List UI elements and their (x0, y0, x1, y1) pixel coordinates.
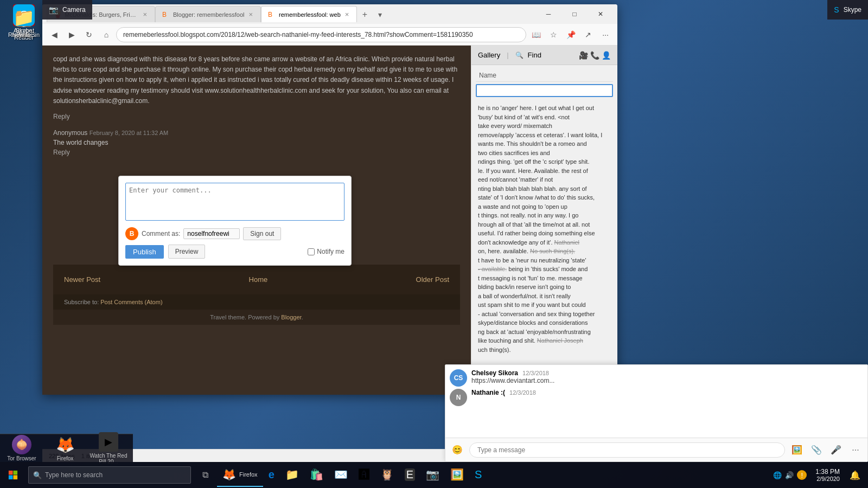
mail-taskbar-icon: ✉️ (334, 468, 348, 481)
taskbar-search-box[interactable]: 🔍 (28, 466, 191, 484)
new-folder-icon-item[interactable]: 📁 New fo... (2, 2, 46, 41)
edge-taskbar-icon: e (269, 468, 275, 481)
action-center-icon: 🔔 (850, 470, 860, 480)
publish-button[interactable]: Publish (125, 245, 164, 259)
comment-as-select[interactable]: noselfnofreewi (183, 228, 240, 239)
footer-text: Travel theme. Powered by (210, 314, 279, 320)
favorites-icon[interactable]: ☆ (546, 27, 561, 42)
taskbar-amazon-btn[interactable]: 🅰 (353, 463, 375, 487)
clock-date: 2/9/2020 (815, 476, 840, 482)
pin-icon[interactable]: 📌 (563, 27, 578, 42)
chat-messages: CS Chelsey Sikora 12/3/2018 https://www.… (445, 365, 867, 438)
forward-button[interactable]: ▶ (64, 27, 79, 42)
tab-blogger-main[interactable]: B Blogger: rememberlessfool × (155, 6, 261, 22)
home-button[interactable]: ⌂ (99, 27, 114, 42)
camera-titlebar: 📷 Camera (42, 0, 92, 20)
reply-link-2[interactable]: Reply (53, 149, 460, 156)
older-post-link[interactable]: Older Post (416, 275, 449, 284)
minimize-button[interactable]: ─ (536, 5, 561, 23)
epic-taskbar-icon: E (405, 468, 415, 481)
video-icon[interactable]: 🎥 (579, 51, 588, 60)
share-icon[interactable]: ↗ (580, 27, 596, 42)
svg-rect-2 (9, 475, 13, 479)
task-view-button[interactable]: ⧉ (193, 463, 217, 487)
refresh-button[interactable]: ↻ (81, 27, 97, 42)
tab-close-mcdonalds[interactable]: × (142, 10, 148, 18)
maximize-button[interactable]: □ (562, 5, 587, 23)
browser-window: 🍟 McDonald's: Burgers, Fries & × B Blogg… (42, 4, 617, 395)
tab-dropdown-button[interactable]: ▾ (372, 7, 387, 22)
tab-close-blogger[interactable]: × (247, 10, 254, 18)
watch-video-btn[interactable]: ▶ Watch The Red Pill 20... (87, 430, 130, 467)
taskbar: 🔍 ⧉ 🦊 Firefox e 📁 🛍️ ✉️ 🅰 🦉 E 📷 🖼️ S (0, 462, 868, 488)
camera-tab-title: Camera (62, 6, 86, 14)
skype-titlebar: S Skype (827, 0, 868, 20)
settings-icon[interactable]: ··· (598, 27, 613, 42)
taskbar-mail-btn[interactable]: ✉️ (329, 463, 353, 487)
footer-link[interactable]: Blogger (281, 314, 301, 320)
subscribe-text: Subscribe to: (64, 299, 99, 305)
taskbar-photos-btn[interactable]: 🖼️ (445, 463, 469, 487)
taskbar-skype-btn[interactable]: S (469, 463, 487, 487)
taskbar-trip-btn[interactable]: 🦉 (375, 463, 399, 487)
right-sidebar-header: Gallery | 🔍 Find 🎥 📞 👤 (471, 46, 617, 65)
tab-favicon-active: B (268, 11, 276, 18)
url-text: rememeberlessfool.blogspot.com/2018/12/w… (123, 31, 473, 38)
tab-active[interactable]: B rememberlessfool: web × (261, 6, 357, 22)
home-link[interactable]: Home (249, 275, 268, 284)
reader-view-icon[interactable]: 📖 (528, 27, 544, 42)
comment-text-2: The world changes (53, 139, 460, 146)
more-options-icon[interactable]: ··· (848, 442, 863, 458)
subscribe-link[interactable]: Post Comments (Atom) (100, 299, 162, 305)
taskbar-firefox-btn[interactable]: 🦊 Firefox (217, 463, 263, 487)
phone-icon[interactable]: 📞 (590, 51, 599, 60)
sign-out-button[interactable]: Sign out (243, 227, 281, 240)
search-input[interactable] (45, 471, 186, 479)
action-center-button[interactable]: 🔔 (846, 462, 864, 488)
chat-message-content-1: Chelsey Sikora 12/3/2018 https://www.dev… (471, 369, 863, 384)
message-time-2: 12/3/2018 (509, 389, 536, 396)
new-tab-button[interactable]: + (357, 7, 372, 22)
chat-input[interactable] (469, 442, 785, 458)
comment-textarea[interactable] (125, 183, 344, 221)
notify-me-checkbox[interactable] (308, 248, 315, 255)
audio-icon[interactable]: 🎤 (828, 442, 844, 458)
tray-volume-icon[interactable]: 🔊 (785, 471, 794, 479)
blog-main-area: copd and she was diagnosed with this dis… (42, 46, 471, 395)
amazon-taskbar-icon: 🅰 (359, 468, 369, 481)
tray-notification-icon[interactable]: ! (797, 470, 807, 480)
taskbar-store-btn[interactable]: 🛍️ (304, 463, 329, 487)
close-button[interactable]: ✕ (588, 5, 613, 23)
reply-link-1[interactable]: Reply (53, 113, 460, 120)
file-send-icon[interactable]: 📎 (809, 442, 824, 458)
clock[interactable]: 1:38 PM 2/9/2020 (811, 468, 844, 482)
back-button[interactable]: ◀ (47, 27, 62, 42)
start-button[interactable] (0, 463, 26, 487)
newer-post-link[interactable]: Newer Post (64, 275, 100, 284)
tab-close-active[interactable]: × (344, 10, 350, 18)
taskbar-epic-btn[interactable]: E (399, 463, 420, 487)
user-icon[interactable]: 👤 (602, 51, 611, 60)
chat-message-header-1: Chelsey Sikora 12/3/2018 (471, 369, 863, 377)
taskbar-camera-btn[interactable]: 📷 (420, 463, 445, 487)
firefox-bottom-btn[interactable]: 🦊 Firefox (43, 433, 87, 464)
skype-taskbar-icon: S (475, 468, 482, 481)
chat-message-content-2: Nathanie :( 12/3/2018 (471, 389, 863, 396)
taskbar-edge-btn[interactable]: e (263, 463, 280, 487)
avatar-chelsey: CS (450, 369, 467, 387)
notify-me-label: Notify me (317, 248, 344, 255)
camera-taskbar-icon: 📷 (426, 468, 439, 481)
desktop-icons-panel: 🗑️ Recycle Bin A AcrobatReader 📁 File 📋 … (0, 0, 48, 43)
tab-title-blogger: Blogger: rememberlessfool (173, 11, 244, 18)
tor-browser-btn[interactable]: 🧅 Tor Browser (0, 433, 43, 464)
emoji-icon[interactable]: 😊 (450, 442, 465, 458)
image-send-icon[interactable]: 🖼️ (789, 442, 805, 458)
toolbar-right: 📖 ☆ 📌 ↗ ··· (528, 27, 613, 42)
chat-message-header-2: Nathanie :( 12/3/2018 (471, 389, 863, 396)
tor-browser-label: Tor Browser (7, 455, 36, 461)
tray-network-icon[interactable]: 🌐 (773, 471, 782, 479)
preview-button[interactable]: Preview (168, 245, 206, 259)
name-input[interactable] (476, 84, 613, 97)
taskbar-explorer-btn[interactable]: 📁 (280, 463, 304, 487)
address-bar[interactable]: rememeberlessfool.blogspot.com/2018/12/w… (116, 27, 526, 42)
